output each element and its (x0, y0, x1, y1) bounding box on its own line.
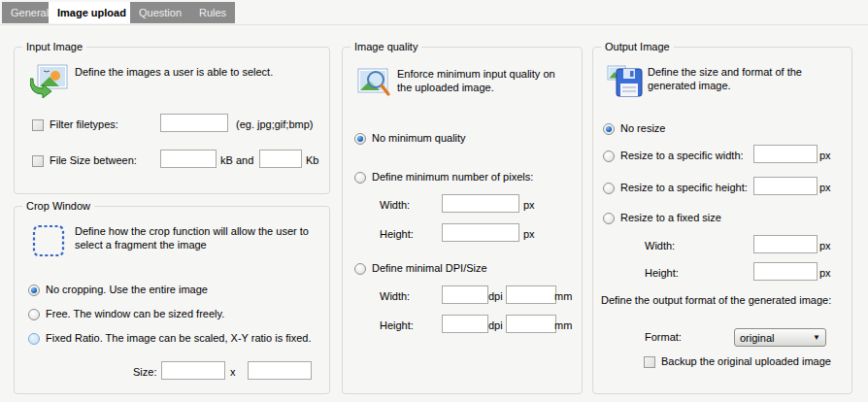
no-resize-radio[interactable] (603, 123, 615, 135)
resize-width-label[interactable]: Resize to a specific width: (620, 150, 744, 161)
filesize-unit-mid: kB and (220, 154, 253, 166)
resize-fixed-label[interactable]: Resize to a fixed size (620, 212, 721, 223)
filesize-checkbox[interactable] (32, 155, 44, 167)
image-quality-icon (356, 65, 393, 100)
chevron-down-icon: ▼ (813, 333, 820, 342)
crop-size-label: Size: (133, 366, 156, 378)
pixels-width-unit: px (523, 199, 535, 211)
backup-checkbox[interactable] (644, 356, 655, 368)
input-image-description: Define the images a user is able to sele… (75, 65, 317, 79)
crop-fixed-ratio-label[interactable]: Fixed Ratio. The image can be scaled, X-… (46, 332, 312, 344)
group-title: Output Image (601, 41, 674, 52)
no-resize-label[interactable]: No resize (620, 122, 665, 134)
group-crop-window: Crop Window Define how the crop function… (14, 206, 330, 394)
resize-height-input[interactable] (753, 177, 818, 195)
dpi-width-input[interactable] (442, 285, 488, 304)
filesize-min-input[interactable] (160, 150, 217, 168)
image-quality-description: Enforce minimum input quality on the upl… (397, 67, 572, 94)
mm-height-input[interactable] (506, 315, 556, 333)
filter-filetypes-input[interactable] (160, 114, 228, 132)
backup-checkbox-label[interactable]: Backup the original uploaded image (661, 355, 831, 367)
filesize-unit-end: Kb (306, 154, 318, 166)
mm-width-unit: mm (554, 290, 572, 302)
crop-no-cropping-label[interactable]: No cropping. Use the entire image (46, 284, 208, 295)
format-label: Format: (645, 331, 682, 343)
output-format-section-label: Define the output format of the generate… (601, 294, 848, 306)
dpi-height-input[interactable] (442, 315, 488, 333)
pixels-height-label: Height: (380, 228, 414, 240)
resize-width-input[interactable] (753, 145, 818, 163)
dpi-width-unit: dpi (488, 290, 503, 302)
mm-height-unit: mm (554, 319, 572, 331)
resize-fixed-radio[interactable] (603, 213, 615, 224)
resize-height-radio[interactable] (603, 183, 615, 194)
fixed-width-unit: px (819, 240, 831, 251)
crop-fixed-ratio-radio[interactable] (28, 333, 40, 345)
minimum-pixels-label[interactable]: Define minimum number of pixels: (372, 171, 533, 183)
fixed-width-label: Width: (645, 240, 675, 251)
resize-width-radio[interactable] (603, 151, 615, 162)
image-upload-settings-panel: General Image upload Question Rules Inpu… (0, 0, 868, 402)
filesize-label[interactable]: File Size between: (50, 154, 137, 166)
tab-bar: General Image upload Question Rules (0, 0, 868, 25)
tab-image-upload[interactable]: Image upload (49, 2, 137, 23)
group-title: Image quality (351, 41, 421, 52)
group-input-image: Input Image Define the images a user is … (14, 47, 330, 194)
resize-width-unit: px (819, 150, 831, 161)
format-dropdown-value: original (740, 332, 774, 344)
filter-filetypes-checkbox[interactable] (32, 119, 44, 131)
input-image-icon (30, 63, 69, 98)
no-minimum-quality-radio[interactable] (354, 133, 366, 145)
crop-size-height-input[interactable] (248, 361, 312, 380)
tab-rules[interactable]: Rules (190, 2, 237, 23)
group-output-image: Output Image Define the size and format … (592, 47, 852, 394)
dpi-height-label: Height: (380, 319, 414, 331)
fixed-height-unit: px (819, 267, 831, 279)
crop-window-description: Define how the crop function will allow … (75, 224, 323, 251)
pixels-width-input[interactable] (442, 194, 519, 213)
group-image-quality: Image quality Enforce minimum input qual… (342, 47, 583, 394)
output-image-icon (607, 63, 644, 98)
crop-window-icon (32, 224, 65, 257)
tab-question[interactable]: Question (130, 2, 192, 23)
fixed-height-label: Height: (645, 267, 679, 279)
pixels-width-label: Width: (380, 199, 410, 211)
filter-filetypes-label[interactable]: Filter filetypes: (50, 118, 118, 130)
dpi-width-label: Width: (380, 290, 410, 302)
no-minimum-quality-label[interactable]: No minimum quality (372, 132, 466, 144)
pixels-height-input[interactable] (442, 223, 519, 242)
crop-no-cropping-radio[interactable] (28, 285, 40, 296)
output-image-description: Define the size and format of the genera… (648, 65, 837, 92)
dpi-height-unit: dpi (488, 319, 503, 331)
filter-filetypes-hint: (eg. jpg;gif;bmp) (236, 118, 313, 130)
format-dropdown[interactable]: original ▼ (734, 328, 826, 347)
resize-height-unit: px (819, 182, 831, 193)
crop-free-label[interactable]: Free. The window can be sized freely. (46, 308, 224, 319)
pixels-height-unit: px (523, 228, 535, 240)
crop-size-separator: x (230, 366, 236, 378)
group-title: Input Image (22, 41, 86, 52)
minimum-pixels-radio[interactable] (354, 172, 366, 184)
fixed-width-input[interactable] (753, 235, 818, 253)
filesize-max-input[interactable] (259, 150, 302, 168)
minimal-dpi-label[interactable]: Define minimal DPI/Size (372, 262, 487, 274)
crop-free-radio[interactable] (28, 309, 40, 320)
crop-size-width-input[interactable] (161, 361, 225, 380)
mm-width-input[interactable] (506, 285, 556, 304)
group-title: Crop Window (22, 200, 94, 212)
fixed-height-input[interactable] (753, 262, 818, 281)
resize-height-label[interactable]: Resize to a specific height: (620, 182, 748, 193)
minimal-dpi-radio[interactable] (354, 263, 366, 275)
